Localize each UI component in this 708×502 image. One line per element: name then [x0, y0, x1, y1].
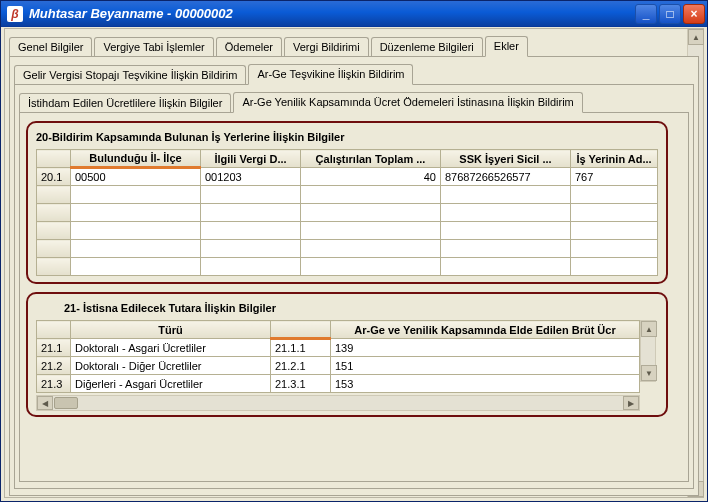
cell-code[interactable]: 21.2.1: [271, 357, 331, 375]
cell-ad[interactable]: 767: [571, 168, 658, 186]
tabs-sub1: Gelir Vergisi Stopajı Teşvikine İlişkin …: [14, 61, 694, 85]
cell-toplam[interactable]: 40: [301, 168, 441, 186]
cell-brut[interactable]: 153: [331, 375, 640, 393]
grid21-h-brut[interactable]: Ar-Ge ve Yenilik Kapsamında Elde Edilen …: [331, 321, 640, 339]
panel-ekler: Gelir Vergisi Stopajı Teşvikine İlişkin …: [9, 56, 699, 496]
panel-20-title: 20-Bildirim Kapsamında Bulunan İş Yerler…: [36, 131, 658, 143]
cell-vergi[interactable]: 001203: [201, 168, 301, 186]
grid21-h-blank[interactable]: [37, 321, 71, 339]
grid21-hscroll[interactable]: ◀ ▶: [36, 395, 640, 411]
scroll-down-icon[interactable]: ▼: [641, 365, 657, 381]
scroll-thumb[interactable]: [54, 397, 78, 409]
panel-20: 20-Bildirim Kapsamında Bulunan İş Yerler…: [26, 121, 668, 284]
table-row[interactable]: [37, 222, 658, 240]
panel-21: 21- İstisna Edilecek Tutara İlişkin Bilg…: [26, 292, 668, 417]
cell-code[interactable]: 21.1.1: [271, 339, 331, 357]
tab-vergi-bildirimi[interactable]: Vergi Bildirimi: [284, 37, 369, 57]
cell-rowno[interactable]: 21.2: [37, 357, 71, 375]
minimize-button[interactable]: _: [635, 4, 657, 24]
table-row[interactable]: 21.3 Diğerleri - Asgari Ücretliler 21.3.…: [37, 375, 640, 393]
tab-vergiye-tabi-islemler[interactable]: Vergiye Tabi İşlemler: [94, 37, 213, 57]
grid20-h-vergi[interactable]: İlgili Vergi D...: [201, 150, 301, 168]
cell-rowno[interactable]: 21.3: [37, 375, 71, 393]
grid20-h-ssk[interactable]: SSK İşyeri Sicil ...: [441, 150, 571, 168]
app-icon: β: [7, 6, 23, 22]
cell-ssk[interactable]: 87687266526577: [441, 168, 571, 186]
table-row[interactable]: 21.2 Doktoralı - Diğer Ücretliler 21.2.1…: [37, 357, 640, 375]
grid20-h-ad[interactable]: İş Yerinin Ad...: [571, 150, 658, 168]
client-area: ▲ ▼ Genel Bilgiler Vergiye Tabi İşlemler…: [4, 28, 704, 498]
table-row[interactable]: [37, 186, 658, 204]
tab-gelir-vergisi-stopaji[interactable]: Gelir Vergisi Stopajı Teşvikine İlişkin …: [14, 65, 246, 85]
table-row[interactable]: [37, 240, 658, 258]
cell-code[interactable]: 21.3.1: [271, 375, 331, 393]
grid21-h-code[interactable]: [271, 321, 331, 339]
tab-ekler[interactable]: Ekler: [485, 36, 528, 57]
table-row[interactable]: [37, 204, 658, 222]
grid20-h-il[interactable]: Bulunduğu İl- İlçe: [71, 150, 201, 168]
scroll-up-icon[interactable]: ▲: [641, 321, 657, 337]
grid-21[interactable]: Türü Ar-Ge ve Yenilik Kapsamında Elde Ed…: [36, 320, 640, 393]
scroll-left-icon[interactable]: ◀: [37, 396, 53, 410]
window-title: Muhtasar Beyanname - 00000002: [29, 6, 635, 21]
cell-turu[interactable]: Doktoralı - Diğer Ücretliler: [71, 357, 271, 375]
tabs-main: Genel Bilgiler Vergiye Tabi İşlemler Öde…: [9, 33, 699, 57]
scroll-right-icon[interactable]: ▶: [623, 396, 639, 410]
tab-odemeler[interactable]: Ödemeler: [216, 37, 282, 57]
grid21-vscroll[interactable]: ▲ ▼: [640, 320, 656, 382]
grid20-h-blank[interactable]: [37, 150, 71, 168]
cell-rowno[interactable]: 21.1: [37, 339, 71, 357]
cell-il[interactable]: 00500: [71, 168, 201, 186]
cell-brut[interactable]: 139: [331, 339, 640, 357]
tab-istihdam-edilen[interactable]: İstihdam Edilen Ücretlilere İlişkin Bilg…: [19, 93, 231, 113]
tab-duzenleme-bilgileri[interactable]: Düzenleme Bilgileri: [371, 37, 483, 57]
titlebar: β Muhtasar Beyanname - 00000002 _ □ ×: [1, 1, 707, 27]
panel-arge: İstihdam Edilen Ücretlilere İlişkin Bilg…: [14, 84, 694, 489]
panel-21-title: 21- İstisna Edilecek Tutara İlişkin Bilg…: [36, 302, 658, 314]
cell-turu[interactable]: Diğerleri - Asgari Ücretliler: [71, 375, 271, 393]
cell-rowno[interactable]: 20.1: [37, 168, 71, 186]
close-button[interactable]: ×: [683, 4, 705, 24]
panel-arge-yenilik: 20-Bildirim Kapsamında Bulunan İş Yerler…: [19, 112, 689, 482]
table-row[interactable]: 21.1 Doktoralı - Asgari Ücretliler 21.1.…: [37, 339, 640, 357]
app-window: β Muhtasar Beyanname - 00000002 _ □ × ▲ …: [0, 0, 708, 502]
tab-arge-tesvikine[interactable]: Ar-Ge Teşvikine İlişkin Bildirim: [248, 64, 413, 85]
tab-genel-bilgiler[interactable]: Genel Bilgiler: [9, 37, 92, 57]
maximize-button[interactable]: □: [659, 4, 681, 24]
grid20-h-toplam[interactable]: Çalıştırılan Toplam ...: [301, 150, 441, 168]
table-row[interactable]: [37, 258, 658, 276]
cell-turu[interactable]: Doktoralı - Asgari Ücretliler: [71, 339, 271, 357]
tab-arge-yenilik[interactable]: Ar-Ge Yenilik Kapsamında Ücret Ödemeleri…: [233, 92, 582, 113]
cell-brut[interactable]: 151: [331, 357, 640, 375]
grid21-h-turu[interactable]: Türü: [71, 321, 271, 339]
table-row[interactable]: 20.1 00500 001203 40 87687266526577 767: [37, 168, 658, 186]
grid-20[interactable]: Bulunduğu İl- İlçe İlgili Vergi D... Çal…: [36, 149, 658, 276]
tabs-sub2: İstihdam Edilen Ücretlilere İlişkin Bilg…: [19, 89, 689, 113]
